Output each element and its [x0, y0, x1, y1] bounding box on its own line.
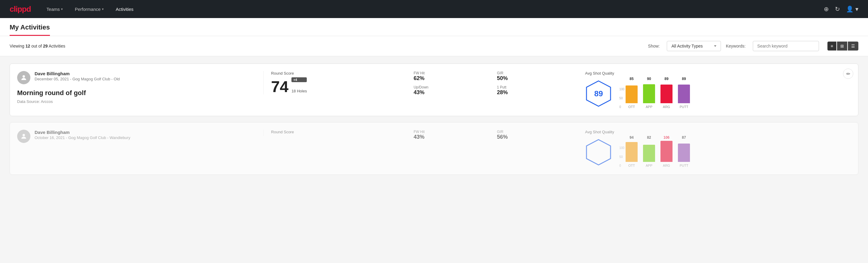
viewing-count: 12: [26, 43, 30, 49]
avatar: [17, 130, 30, 143]
view-list-dense-button[interactable]: ≡: [828, 41, 836, 51]
bar-chart: 100 50 0 85 OTT: [619, 79, 851, 109]
viewing-total: 29: [43, 43, 48, 49]
activity-type-dropdown[interactable]: All Activity Types: [667, 41, 721, 51]
nav-teams-label: Teams: [46, 7, 60, 12]
activity-card: Dave Billingham December 05, 2021 - Gog …: [10, 63, 858, 116]
chevron-down-icon: ▾: [61, 7, 63, 11]
stats-grid: FW Hit 62% GIR 50% Up/Down 43% 1 Putt 28…: [413, 71, 573, 96]
quality-label: Avg Shot Quality: [585, 130, 851, 134]
nav-performance-label: Performance: [75, 7, 101, 12]
user-name: Dave Billingham: [35, 130, 130, 135]
data-source: Data Source: Arccos: [17, 99, 256, 104]
bar-chart: 100 50 0 94 OTT: [619, 137, 851, 167]
stats-section: FW Hit 62% GIR 50% Up/Down 43% 1 Putt 28…: [411, 71, 573, 96]
bar-arg: 89 ARG: [660, 77, 673, 109]
avatar-icon: 👤: [846, 5, 854, 12]
chevron-down-icon: ▾: [102, 7, 104, 11]
viewing-summary: Viewing 12 out of 29 Activities: [10, 43, 65, 49]
activity-card: Dave Billingham October 16, 2021 - Gog M…: [10, 122, 858, 175]
hex-container: [585, 139, 612, 166]
hex-container: 89: [585, 80, 612, 107]
chart-yaxis: 100 50 0: [619, 88, 624, 109]
stat-fw-hit: FW Hit 62%: [413, 71, 490, 82]
activity-title: Morning round of golf: [17, 89, 256, 97]
avatar: [17, 71, 30, 84]
page-title: My Activities: [10, 24, 50, 36]
activities-list: Dave Billingham December 05, 2021 - Gog …: [0, 56, 868, 188]
bar-putt: 87 PUTT: [678, 136, 690, 167]
card-user-details: Dave Billingham December 05, 2021 - Gog …: [35, 71, 120, 81]
hex-score: 89: [594, 89, 603, 98]
svg-point-2: [23, 134, 25, 136]
stat-updown: Up/Down 43%: [413, 85, 490, 96]
round-score-section: Round Score 74 +4 18 Holes: [264, 71, 404, 94]
keywords-label: Keywords:: [726, 43, 745, 49]
svg-point-0: [23, 75, 25, 78]
nav-item-teams[interactable]: Teams ▾: [45, 4, 64, 14]
logo: clippd: [10, 4, 31, 14]
stat-fw-hit: FW Hit 43%: [413, 130, 490, 140]
show-label: Show:: [648, 43, 660, 49]
refresh-icon[interactable]: ↻: [835, 5, 840, 12]
score-badge: +4: [291, 77, 307, 82]
stat-1putt: 1 Putt 28%: [497, 85, 573, 96]
nav-activities-label: Activities: [116, 7, 133, 12]
quality-label: Avg Shot Quality: [585, 71, 851, 76]
avg-shot-quality-section: Avg Shot Quality 89 100 50: [580, 71, 851, 109]
bar-arg: 106 ARG: [660, 136, 673, 167]
activity-date: December 05, 2021 - Gog Magog Golf Club …: [35, 77, 120, 81]
toolbar: Viewing 12 out of 29 Activities Show: Al…: [0, 36, 868, 56]
view-toggles: ≡ ⊞ ☰: [828, 41, 858, 51]
stats-grid: FW Hit 43% GIR 56%: [413, 130, 573, 140]
score-holes: 18 Holes: [291, 89, 307, 93]
card-user-info: Dave Billingham October 16, 2021 - Gog M…: [17, 130, 256, 143]
view-grid-button[interactable]: ⊞: [837, 41, 847, 51]
avg-shot-quality-section: Avg Shot Quality 100 50 0: [580, 130, 851, 167]
round-score-section: Round Score: [264, 130, 404, 136]
card-user-details: Dave Billingham October 16, 2021 - Gog M…: [35, 130, 130, 140]
quality-inner: 100 50 0 94 OTT: [585, 137, 851, 167]
activity-date: October 16, 2021 - Gog Magog Golf Club -…: [35, 136, 130, 140]
chevron-down-icon: ▾: [856, 5, 858, 12]
quality-inner: 89 100 50 0 85: [585, 79, 851, 109]
bar-app: 82 APP: [643, 136, 655, 167]
round-score-label: Round Score: [271, 130, 404, 134]
round-score-label: Round Score: [271, 71, 404, 76]
nav-icons: ⊕ ↻ 👤 ▾: [824, 5, 858, 12]
score-details: +4 18 Holes: [291, 77, 307, 94]
user-name: Dave Billingham: [35, 71, 120, 76]
stats-section: FW Hit 43% GIR 56%: [411, 130, 573, 140]
user-avatar-button[interactable]: 👤 ▾: [846, 5, 858, 12]
search-input[interactable]: [753, 41, 819, 51]
bars-container: 85 OTT 90: [626, 79, 690, 109]
bar-putt: 89 PUTT: [678, 77, 690, 109]
bar-ott: 85 OTT: [626, 77, 638, 109]
chart-yaxis: 100 50 0: [619, 146, 624, 167]
edit-button[interactable]: ✏: [843, 68, 853, 79]
card-user-info: Dave Billingham December 05, 2021 - Gog …: [17, 71, 256, 84]
bar-app: 90 APP: [643, 77, 655, 109]
stat-gir: GIR 50%: [497, 71, 573, 82]
score-main: 74 +4 18 Holes: [271, 77, 404, 94]
navbar: clippd Teams ▾ Performance ▾ Activities …: [0, 0, 868, 18]
hex-border-svg: [585, 139, 612, 166]
stat-gir: GIR 56%: [497, 130, 573, 140]
card-left: Dave Billingham December 05, 2021 - Gog …: [17, 71, 256, 104]
svg-marker-3: [587, 140, 611, 165]
bars-container: 94 OTT 82 APP: [626, 137, 690, 167]
bar-ott: 94 OTT: [626, 136, 638, 167]
view-list-button[interactable]: ☰: [848, 41, 858, 51]
score-number: 74: [271, 79, 288, 94]
card-left: Dave Billingham October 16, 2021 - Gog M…: [17, 130, 256, 143]
add-icon[interactable]: ⊕: [824, 5, 829, 12]
nav-item-activities[interactable]: Activities: [115, 4, 135, 14]
page-header: My Activities: [0, 18, 868, 36]
nav-item-performance[interactable]: Performance ▾: [74, 4, 105, 14]
